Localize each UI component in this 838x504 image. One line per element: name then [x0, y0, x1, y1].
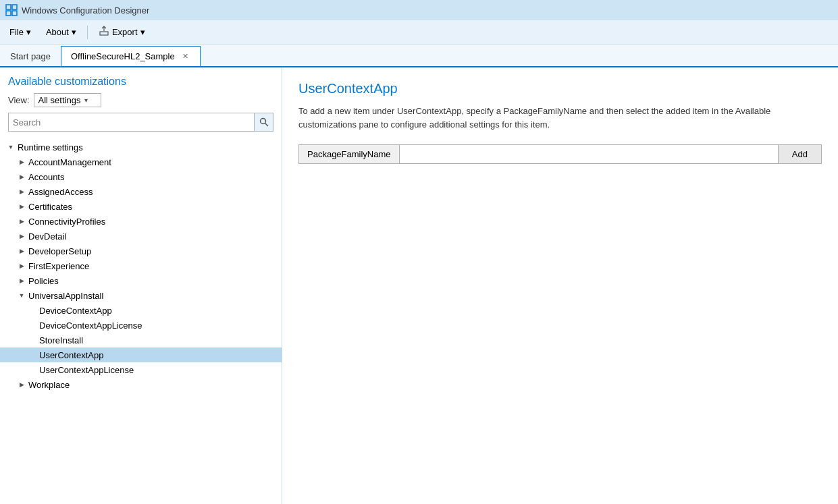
tree-item-account-management[interactable]: ▶ AccountManagement [0, 155, 282, 169]
app-icon [5, 4, 18, 16]
export-menu-label: Export [112, 27, 138, 37]
dropdown-arrow-icon: ▾ [84, 96, 88, 104]
expand-icon-device-context-app [27, 305, 38, 316]
file-menu[interactable]: File ▾ [3, 24, 38, 40]
about-menu-label: About [46, 27, 69, 37]
search-button[interactable] [254, 113, 273, 131]
tree-label-runtime-settings: Runtime settings [16, 142, 83, 152]
tab-start-page[interactable]: Start page [0, 46, 61, 66]
search-input[interactable] [9, 115, 254, 130]
export-icon [99, 26, 109, 38]
view-dropdown-value: All settings [38, 95, 81, 105]
tab-active-label: OfflineSecureHL2_Sample [71, 51, 175, 61]
export-menu-arrow: ▾ [140, 27, 145, 37]
expand-icon-connectivity-profiles: ▶ [16, 216, 27, 227]
view-row: View: All settings ▾ [0, 93, 282, 113]
file-menu-label: File [9, 27, 24, 37]
expand-icon-universal-app-install: ▼ [16, 290, 27, 301]
tab-start-page-label: Start page [10, 51, 51, 61]
title-bar: Windows Configuration Designer [0, 0, 838, 20]
add-button[interactable]: Add [778, 145, 821, 163]
title-bar-text: Windows Configuration Designer [22, 5, 149, 16]
expand-icon-device-context-app-license [27, 320, 38, 331]
tree-label-connectivity-profiles: ConnectivityProfiles [27, 217, 105, 227]
tree-item-universal-app-install[interactable]: ▼ UniversalAppInstall [0, 288, 282, 303]
tab-active[interactable]: OfflineSecureHL2_Sample ✕ [61, 46, 201, 66]
left-panel: Available customizations View: All setti… [0, 67, 282, 504]
tree-label-device-context-app: DeviceContextApp [38, 306, 112, 316]
tree-label-developer-setup: DeveloperSetup [27, 246, 91, 256]
tree-label-store-install: StoreInstall [38, 335, 83, 345]
svg-rect-3 [12, 11, 17, 16]
right-panel-title: UserContextApp [298, 81, 822, 96]
tree-item-assigned-access[interactable]: ▶ AssignedAccess [0, 184, 282, 199]
svg-rect-2 [6, 11, 11, 16]
tree-label-user-context-app: UserContextApp [38, 350, 103, 360]
tree-item-dev-detail[interactable]: ▶ DevDetail [0, 229, 282, 244]
expand-icon-developer-setup: ▶ [16, 246, 27, 256]
expand-icon-workplace: ▶ [16, 379, 27, 390]
tree-item-runtime-settings[interactable]: ▼ Runtime settings [0, 140, 282, 155]
menu-separator [87, 26, 88, 39]
expand-icon-policies: ▶ [16, 275, 27, 286]
tree-item-accounts[interactable]: ▶ Accounts [0, 169, 282, 184]
expand-icon-assigned-access: ▶ [16, 186, 27, 197]
tree: ▼ Runtime settings ▶ AccountManagement ▶… [0, 137, 282, 504]
search-icon [259, 117, 269, 127]
svg-rect-1 [12, 5, 17, 9]
tree-item-user-context-app[interactable]: UserContextApp [0, 347, 282, 362]
package-family-name-input[interactable] [400, 145, 778, 163]
available-customizations-title: Available customizations [0, 67, 282, 93]
svg-line-6 [265, 123, 268, 127]
about-menu[interactable]: About ▾ [39, 24, 83, 40]
menu-bar: File ▾ About ▾ Export ▾ [0, 20, 838, 45]
tree-label-universal-app-install: UniversalAppInstall [27, 291, 103, 301]
tree-label-first-experience: FirstExperience [27, 261, 89, 271]
main-layout: Available customizations View: All setti… [0, 67, 838, 504]
right-panel: UserContextApp To add a new item under U… [282, 67, 838, 504]
view-label: View: [8, 95, 30, 105]
package-family-name-label: PackageFamilyName [299, 145, 400, 163]
tree-label-accounts: Accounts [27, 172, 64, 182]
expand-icon-user-context-app-license [27, 364, 38, 375]
tree-label-assigned-access: AssignedAccess [27, 187, 93, 197]
tree-label-certificates: Certificates [27, 202, 72, 212]
expand-icon-certificates: ▶ [16, 201, 27, 212]
tree-item-policies[interactable]: ▶ Policies [0, 273, 282, 288]
expand-icon-user-context-app [27, 349, 38, 360]
tree-item-user-context-app-license[interactable]: UserContextAppLicense [0, 362, 282, 377]
tree-item-workplace[interactable]: ▶ Workplace [0, 377, 282, 392]
tree-label-dev-detail: DevDetail [27, 231, 66, 242]
tree-item-device-context-app-license[interactable]: DeviceContextAppLicense [0, 318, 282, 333]
tree-label-user-context-app-license: UserContextAppLicense [38, 365, 134, 375]
file-menu-arrow: ▾ [26, 27, 31, 37]
tree-label-device-context-app-license: DeviceContextAppLicense [38, 320, 142, 331]
svg-rect-4 [100, 32, 108, 35]
expand-icon-accounts: ▶ [16, 171, 27, 182]
right-panel-description: To add a new item under UserContextApp, … [298, 105, 812, 131]
tree-item-developer-setup[interactable]: ▶ DeveloperSetup [0, 244, 282, 258]
tree-item-certificates[interactable]: ▶ Certificates [0, 199, 282, 214]
export-menu[interactable]: Export ▾ [92, 23, 152, 41]
tree-label-workplace: Workplace [27, 380, 70, 390]
expand-icon-account-management: ▶ [16, 157, 27, 167]
expand-icon-store-install [27, 335, 38, 345]
tree-label-policies: Policies [27, 276, 59, 286]
expand-icon-dev-detail: ▶ [16, 231, 27, 242]
expand-icon-runtime-settings: ▼ [5, 142, 16, 152]
tree-item-store-install[interactable]: StoreInstall [0, 333, 282, 347]
tree-label-account-management: AccountManagement [27, 157, 111, 167]
tree-item-device-context-app[interactable]: DeviceContextApp [0, 303, 282, 318]
tree-item-connectivity-profiles[interactable]: ▶ ConnectivityProfiles [0, 214, 282, 229]
about-menu-arrow: ▾ [72, 27, 76, 37]
tree-item-first-experience[interactable]: ▶ FirstExperience [0, 258, 282, 273]
search-bar[interactable] [8, 113, 273, 132]
package-family-name-row: PackageFamilyName Add [298, 144, 822, 164]
svg-point-5 [260, 119, 265, 124]
svg-rect-0 [6, 5, 11, 9]
tab-bar: Start page OfflineSecureHL2_Sample ✕ [0, 45, 838, 67]
tab-close-button[interactable]: ✕ [180, 51, 190, 61]
expand-icon-first-experience: ▶ [16, 260, 27, 271]
view-dropdown[interactable]: All settings ▾ [34, 93, 101, 107]
